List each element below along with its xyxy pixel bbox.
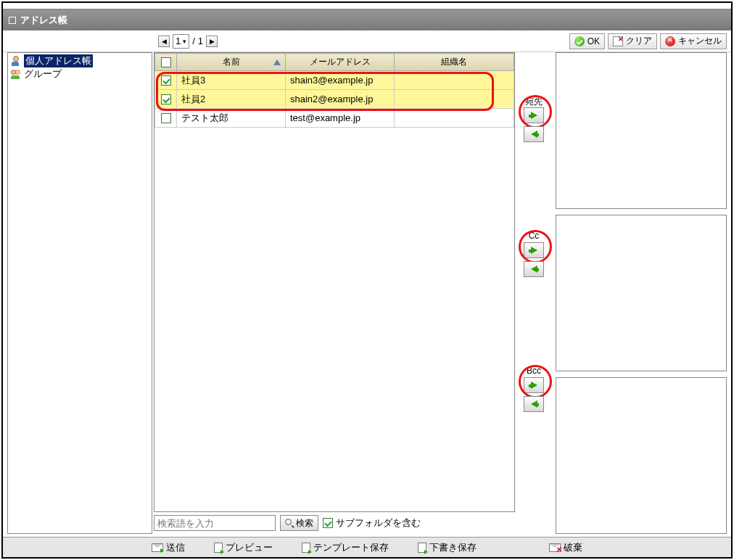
sort-asc-icon	[273, 59, 281, 65]
pager: ◀ 1 ▾ / 1 ▶	[158, 34, 218, 49]
to-list[interactable]	[556, 52, 727, 209]
cell-org	[395, 109, 514, 128]
person-icon	[11, 56, 21, 66]
clear-button[interactable]: クリア	[608, 33, 657, 49]
window-titlebar: アドレス帳	[3, 10, 731, 30]
ok-button[interactable]: OK	[569, 33, 605, 49]
cell-mail: shain2@example.jp	[286, 90, 395, 109]
discard-icon: ✕	[549, 543, 561, 552]
arrow-right-icon	[531, 247, 537, 254]
template-save-button[interactable]: テンプレート保存	[302, 541, 389, 554]
cc-list[interactable]	[556, 215, 727, 371]
cell-name: 社員2	[177, 90, 286, 109]
cancel-label: キャンセル	[678, 35, 722, 47]
add-to-button[interactable]	[524, 107, 544, 123]
draft-save-button[interactable]: 下書き保存	[418, 541, 477, 554]
page-separator: /	[192, 36, 195, 46]
row-checkbox[interactable]	[161, 113, 171, 123]
window-title: アドレス帳	[20, 14, 67, 27]
bcc-label: Bcc	[516, 366, 551, 376]
sidebar-item-group[interactable]: グループ	[9, 67, 150, 81]
row-checkbox[interactable]	[161, 75, 171, 86]
subfolder-label: サブフォルダを含む	[336, 516, 421, 530]
preview-button[interactable]: プレビュー	[214, 541, 273, 554]
page-total: 1	[198, 36, 203, 46]
include-subfolder-toggle[interactable]: サブフォルダを含む	[323, 516, 421, 530]
subfolder-checkbox[interactable]	[323, 518, 333, 528]
table-row[interactable]: 社員3 shain3@example.jp	[155, 71, 514, 90]
ok-label: OK	[587, 36, 600, 46]
add-bcc-button[interactable]	[524, 377, 544, 393]
preview-icon	[214, 543, 223, 553]
cell-mail: shain3@example.jp	[286, 71, 395, 90]
remove-cc-button[interactable]	[524, 261, 544, 277]
to-label: 宛先	[516, 96, 551, 106]
bottom-toolbar: 送信 プレビュー テンプレート保存 下書き保存 ✕ 破棄	[3, 537, 731, 557]
header-mail[interactable]: メールアドレス	[286, 54, 395, 71]
clear-icon	[613, 36, 623, 46]
window-icon	[9, 17, 16, 24]
row-checkbox[interactable]	[161, 94, 171, 104]
clear-label: クリア	[626, 35, 652, 47]
cell-org	[395, 71, 514, 90]
cell-name: 社員3	[177, 71, 286, 90]
ok-icon	[574, 36, 585, 46]
header-name[interactable]: 名前	[177, 54, 286, 71]
page-next-button[interactable]: ▶	[206, 36, 218, 47]
sidebar: 個人アドレス帳 グループ	[7, 52, 152, 534]
header-org[interactable]: 組織名	[395, 54, 514, 71]
sidebar-item-label: 個人アドレス帳	[24, 54, 93, 67]
cell-name: テスト太郎	[177, 109, 286, 128]
cc-label: Cc	[516, 231, 551, 241]
search-button-label: 検索	[296, 517, 313, 530]
page-prev-button[interactable]: ◀	[158, 36, 170, 47]
contacts-table: 名前 メールアドレス 組織名 社員3 shain3@example.jp	[154, 52, 515, 512]
select-all-checkbox[interactable]	[161, 57, 171, 67]
sidebar-item-label: グループ	[24, 67, 62, 81]
table-row[interactable]: 社員2 shain2@example.jp	[155, 90, 514, 109]
page-select[interactable]: 1 ▾	[173, 34, 189, 49]
template-icon	[302, 543, 310, 553]
cell-org	[395, 90, 514, 109]
add-cc-button[interactable]	[524, 242, 544, 258]
search-icon	[285, 519, 294, 527]
arrow-left-icon	[531, 400, 537, 408]
chevron-down-icon: ▾	[183, 38, 186, 45]
arrow-left-icon	[531, 131, 537, 138]
cancel-icon	[665, 36, 675, 46]
bcc-list[interactable]	[556, 377, 727, 534]
arrow-right-icon	[531, 112, 537, 119]
send-button[interactable]: 送信	[152, 541, 185, 554]
draft-icon	[418, 543, 426, 553]
sidebar-item-personal[interactable]: 個人アドレス帳	[9, 54, 150, 67]
mail-icon	[152, 543, 163, 552]
discard-button[interactable]: ✕ 破棄	[549, 541, 582, 554]
search-input[interactable]	[154, 515, 276, 531]
table-row[interactable]: テスト太郎 test@example.jp	[155, 109, 514, 128]
header-checkbox-cell[interactable]	[155, 54, 177, 71]
cell-mail: test@example.jp	[286, 109, 395, 128]
page-current: 1	[176, 36, 181, 46]
group-icon	[11, 69, 21, 79]
arrow-left-icon	[531, 265, 537, 273]
cancel-button[interactable]: キャンセル	[660, 33, 727, 49]
remove-to-button[interactable]	[524, 126, 544, 142]
remove-bcc-button[interactable]	[524, 396, 544, 412]
arrow-right-icon	[531, 382, 537, 389]
search-button[interactable]: 検索	[280, 515, 318, 531]
